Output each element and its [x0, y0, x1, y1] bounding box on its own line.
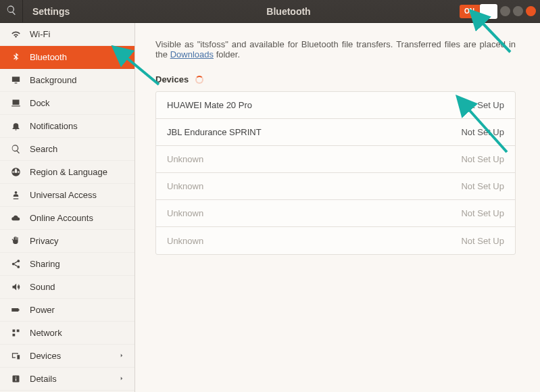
svg-point-1	[17, 260, 20, 262]
device-row[interactable]: UnknownNot Set Up	[156, 146, 515, 173]
bluetooth-icon	[9, 52, 22, 62]
device-row[interactable]: UnknownNot Set Up	[156, 200, 515, 227]
person-icon	[9, 190, 22, 200]
svg-point-3	[17, 266, 20, 268]
svg-rect-6	[15, 376, 16, 377]
sidebar-item-label: Devices	[30, 351, 61, 361]
share-icon	[9, 259, 22, 269]
wifi-icon	[9, 29, 22, 39]
sidebar-item-label: Background	[30, 75, 76, 85]
device-name: Unknown	[167, 208, 461, 218]
globe-icon	[9, 167, 22, 177]
device-status: Not Set Up	[461, 154, 504, 164]
titlebar-right: ON	[442, 5, 540, 18]
sidebar-item-label: Network	[30, 328, 62, 338]
device-name: Unknown	[167, 181, 461, 191]
devices-header: Devices	[155, 74, 516, 84]
device-status: Not Set Up	[461, 100, 504, 110]
hand-icon	[9, 236, 22, 246]
sidebar-item-label: Privacy	[30, 236, 59, 246]
devices-icon	[9, 351, 22, 361]
sidebar-item-background[interactable]: Background	[0, 69, 134, 92]
search-button[interactable]	[0, 0, 23, 23]
sidebar-item-label: Notifications	[30, 121, 78, 131]
sidebar-item-label: Dock	[30, 98, 50, 108]
sidebar-item-privacy[interactable]: Privacy	[0, 230, 134, 253]
device-name: Unknown	[167, 236, 461, 246]
device-row[interactable]: HUAWEI Mate 20 ProNot Set Up	[156, 92, 515, 119]
downloads-link[interactable]: Downloads	[170, 49, 214, 59]
sidebar-item-label: Sharing	[30, 259, 60, 269]
device-list: HUAWEI Mate 20 ProNot Set UpJBL Enduranc…	[155, 91, 516, 255]
sidebar: Wi-FiBluetoothBackgroundDockNotification…	[0, 23, 135, 392]
sidebar-item-label: Details	[30, 374, 57, 384]
devices-label: Devices	[155, 74, 189, 84]
sidebar-item-label: Search	[30, 144, 57, 154]
device-status: Not Set Up	[461, 181, 504, 191]
toggle-thumb	[480, 4, 497, 19]
sidebar-item-label: Wi-Fi	[30, 29, 50, 39]
battery-icon	[9, 305, 22, 315]
chevron-right-icon	[118, 374, 125, 384]
cloud-icon	[9, 213, 22, 223]
maximize-button[interactable]	[513, 6, 523, 16]
chevron-right-icon	[118, 351, 125, 361]
sidebar-item-network[interactable]: Network	[0, 322, 134, 345]
sidebar-item-bluetooth[interactable]: Bluetooth	[0, 46, 134, 69]
search-icon	[6, 5, 17, 18]
sidebar-item-label: Universal Access	[30, 190, 97, 200]
network-icon	[9, 328, 22, 338]
visibility-description: Visible as "itsfoss" and available for B…	[155, 39, 516, 59]
scanning-spinner-icon	[195, 76, 203, 84]
device-row[interactable]: JBL Endurance SPRINTNot Set Up	[156, 119, 515, 146]
sidebar-item-label: Region & Language	[30, 167, 107, 177]
info-icon	[9, 374, 22, 384]
sidebar-item-search[interactable]: Search	[0, 138, 134, 161]
device-name: JBL Endurance SPRINT	[167, 127, 461, 137]
titlebar-left: Settings	[0, 0, 135, 23]
device-name: Unknown	[167, 154, 461, 164]
sidebar-item-region[interactable]: Region & Language	[0, 161, 134, 184]
app-title: Settings	[23, 6, 135, 17]
main-panel: Visible as "itsfoss" and available for B…	[135, 23, 540, 392]
search-icon	[9, 144, 22, 154]
sidebar-item-universal[interactable]: Universal Access	[0, 184, 134, 207]
device-row[interactable]: UnknownNot Set Up	[156, 227, 515, 254]
sidebar-item-dock[interactable]: Dock	[0, 92, 134, 115]
svg-point-0	[14, 191, 17, 194]
sidebar-item-sound[interactable]: Sound	[0, 276, 134, 299]
body: Wi-FiBluetoothBackgroundDockNotification…	[0, 23, 540, 392]
sidebar-item-power[interactable]: Power	[0, 299, 134, 322]
sidebar-item-label: Bluetooth	[30, 52, 67, 62]
minimize-button[interactable]	[500, 6, 510, 16]
sidebar-item-notifications[interactable]: Notifications	[0, 115, 134, 138]
sidebar-item-label: Online Accounts	[30, 213, 93, 223]
bell-icon	[9, 121, 22, 131]
titlebar: Settings Bluetooth ON	[0, 0, 540, 23]
svg-rect-5	[15, 378, 16, 381]
close-button[interactable]	[526, 6, 536, 16]
sidebar-item-label: Power	[30, 305, 55, 315]
device-name: HUAWEI Mate 20 Pro	[167, 100, 461, 110]
display-icon	[9, 75, 22, 85]
sidebar-item-sharing[interactable]: Sharing	[0, 253, 134, 276]
dock-icon	[9, 98, 22, 108]
device-row[interactable]: UnknownNot Set Up	[156, 173, 515, 200]
device-status: Not Set Up	[461, 208, 504, 218]
page-title: Bluetooth	[135, 6, 442, 17]
sidebar-item-devices[interactable]: Devices	[0, 345, 134, 368]
svg-point-2	[11, 263, 14, 266]
speaker-icon	[9, 282, 22, 292]
device-status: Not Set Up	[461, 236, 504, 246]
device-status: Not Set Up	[461, 127, 504, 137]
sidebar-item-wifi[interactable]: Wi-Fi	[0, 23, 134, 46]
sidebar-item-online[interactable]: Online Accounts	[0, 207, 134, 230]
sidebar-item-details[interactable]: Details	[0, 368, 134, 391]
sidebar-item-label: Sound	[30, 282, 55, 292]
toggle-label: ON	[464, 7, 474, 15]
bluetooth-toggle[interactable]: ON	[460, 5, 497, 18]
